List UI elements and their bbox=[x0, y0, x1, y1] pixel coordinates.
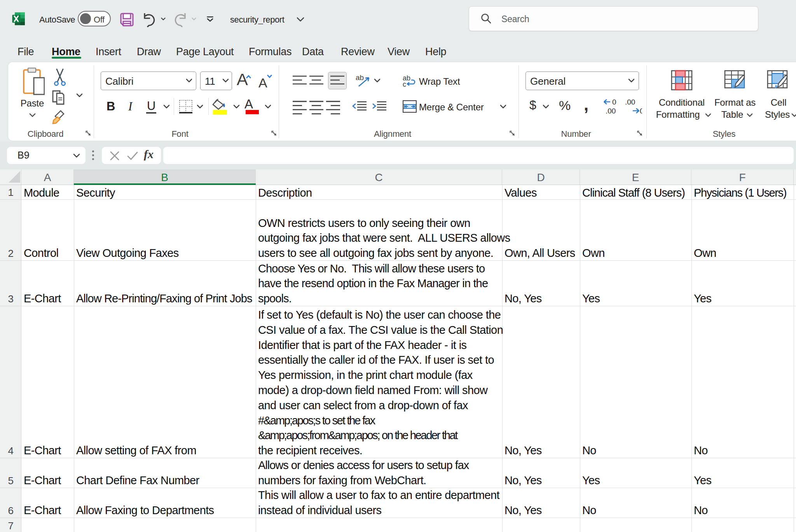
svg-text:.00: .00 bbox=[625, 99, 635, 106]
svg-text:.00: .00 bbox=[606, 107, 616, 114]
svg-text:c: c bbox=[403, 80, 406, 87]
svg-text:0: 0 bbox=[640, 107, 642, 114]
svg-text:ab: ab bbox=[356, 74, 364, 82]
svg-text:0: 0 bbox=[612, 99, 616, 106]
